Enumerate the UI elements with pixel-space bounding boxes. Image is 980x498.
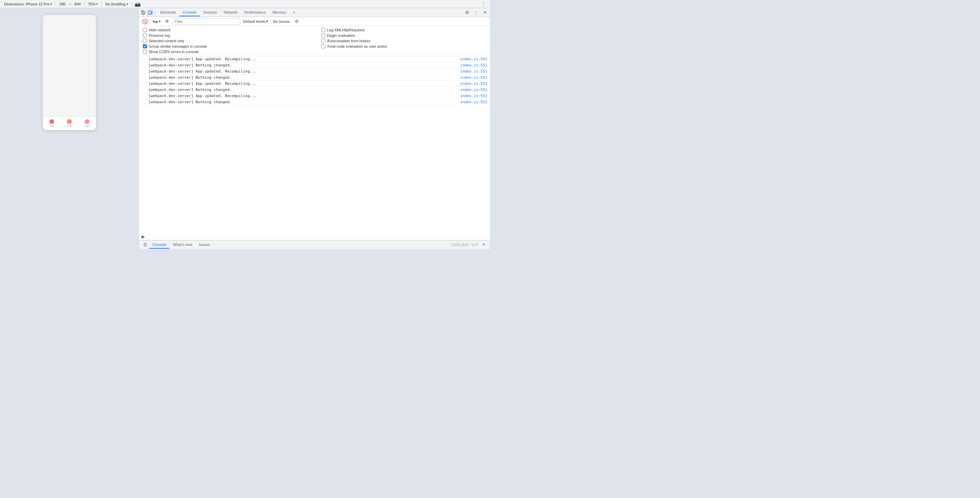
- eager-eval-checkbox[interactable]: [321, 34, 325, 37]
- checkbox-hide-network: Hide network: [143, 28, 308, 32]
- message-text: [webpack-dev-server] App updated. Recomp…: [148, 81, 458, 86]
- group-similar-checkbox[interactable]: [143, 44, 147, 48]
- autocomplete-label: Autocomplete from history: [327, 39, 371, 43]
- tab-network[interactable]: Network: [221, 9, 241, 16]
- bottom-menu-icon[interactable]: ☰: [142, 241, 149, 249]
- width-input[interactable]: 390: [58, 2, 67, 7]
- log-xml-label: Log XMLHttpRequests: [327, 28, 365, 32]
- console-message-row: [webpack-dev-server] Nothing changed.ind…: [139, 87, 490, 93]
- checkbox-log-xml: Log XMLHttpRequests: [321, 28, 486, 32]
- settings-icon[interactable]: ⚙: [463, 9, 471, 16]
- checkbox-group-similar: Group similar messages in console: [143, 44, 308, 48]
- tab-separator: [155, 10, 156, 15]
- console-message-row: [webpack-dev-server] Nothing changed.ind…: [139, 75, 490, 81]
- message-text: [webpack-dev-server] App updated. Recomp…: [148, 94, 458, 98]
- tab-more[interactable]: »: [290, 9, 298, 16]
- device-chevron-icon: ▾: [50, 2, 52, 6]
- bottom-close-icon[interactable]: ✕: [480, 241, 487, 249]
- svg-rect-5: [148, 11, 151, 14]
- separator-2: [84, 2, 84, 7]
- home-tab-label: 首页: [49, 124, 54, 128]
- console-message-row: [webpack-dev-server] App updated. Recomp…: [139, 81, 490, 87]
- message-link[interactable]: index.js:551: [460, 81, 487, 86]
- console-settings-icon[interactable]: ⚙: [293, 18, 301, 25]
- bottom-tab-console[interactable]: Console: [149, 241, 169, 249]
- console-toolbar: 🚫 top ▾ 👁 Default levels ▾ No Issues ⚙: [139, 17, 490, 26]
- checkbox-eager-eval: Eager evaluation: [321, 34, 486, 37]
- default-levels-button[interactable]: Default levels ▾: [242, 18, 269, 24]
- console-message-row: [webpack-dev-server] Nothing changed.ind…: [139, 99, 490, 105]
- no-issues-button[interactable]: No Issues: [271, 19, 292, 24]
- watermark-text: CSDN @优一社区: [451, 243, 480, 247]
- selected-context-checkbox[interactable]: [143, 39, 147, 43]
- message-text: [webpack-dev-server] Nothing changed.: [148, 75, 458, 80]
- device-tab-order[interactable]: 订单: [67, 119, 72, 128]
- checkbox-treat-code: Treat code evaluation as user action: [321, 44, 486, 48]
- customize-icon[interactable]: ⋮: [472, 9, 480, 16]
- mine-tab-label: 我的: [85, 124, 89, 128]
- inspect-element-icon[interactable]: [140, 9, 147, 16]
- device-selector[interactable]: Dimensions: iPhone 12 Pro ▾: [3, 2, 53, 7]
- checkboxes-panel: Hide network Log XMLHttpRequests Preserv…: [139, 26, 490, 56]
- message-link[interactable]: index.js:551: [460, 69, 487, 73]
- console-expand-row[interactable]: ▶: [139, 233, 490, 240]
- message-link[interactable]: index.js:551: [460, 75, 487, 80]
- separator-4: [132, 2, 132, 7]
- devtools-tabs-bar: Elements Console Sources Network Perform…: [139, 8, 490, 17]
- device-name: Dimensions: iPhone 12 Pro: [4, 2, 49, 6]
- preserve-log-label: Preserve log: [149, 34, 170, 37]
- tab-console[interactable]: Console: [179, 9, 200, 16]
- hide-network-checkbox[interactable]: [143, 28, 147, 32]
- message-link[interactable]: index.js:551: [460, 100, 487, 104]
- tab-sources[interactable]: Sources: [200, 9, 220, 16]
- throttling-chevron-icon: ▾: [127, 2, 128, 6]
- tab-memory[interactable]: Memory: [269, 9, 290, 16]
- message-text: [webpack-dev-server] Nothing changed.: [148, 63, 458, 67]
- screenshot-icon[interactable]: 📷: [134, 0, 142, 8]
- bottom-tab-issues[interactable]: Issues: [196, 241, 213, 249]
- device-tab-mine[interactable]: 我的: [85, 119, 89, 128]
- console-message-row: [webpack-dev-server] App updated. Recomp…: [139, 56, 490, 62]
- zoom-selector[interactable]: 75% ▾: [86, 2, 99, 7]
- more-options-icon[interactable]: ⋮: [480, 0, 487, 8]
- message-link[interactable]: index.js:551: [460, 57, 487, 61]
- autocomplete-checkbox[interactable]: [321, 39, 325, 43]
- show-cors-checkbox[interactable]: [143, 50, 147, 54]
- tab-performance[interactable]: Performance: [241, 9, 269, 16]
- order-tab-icon: [67, 119, 72, 124]
- tab-elements[interactable]: Elements: [157, 9, 179, 16]
- close-devtools-icon[interactable]: ✕: [481, 9, 488, 16]
- clear-console-icon[interactable]: 🚫: [141, 18, 148, 25]
- device-toggle-icon[interactable]: [147, 9, 154, 16]
- devtools-header-icons: ⚙ ⋮ ✕: [463, 9, 488, 16]
- checkbox-autocomplete: Autocomplete from history: [321, 39, 486, 43]
- message-text: [webpack-dev-server] App updated. Recomp…: [148, 57, 458, 61]
- height-input[interactable]: 844: [73, 2, 82, 7]
- device-screen: [43, 15, 96, 117]
- treat-code-checkbox[interactable]: [321, 44, 325, 48]
- message-text: [webpack-dev-server] Nothing changed.: [148, 100, 458, 104]
- filter-input[interactable]: [172, 18, 240, 24]
- svg-rect-0: [142, 11, 143, 12]
- checkbox-preserve-log: Preserve log: [143, 34, 308, 37]
- throttling-selector[interactable]: No throttling ▾: [104, 2, 129, 7]
- mine-tab-icon: [85, 119, 89, 124]
- log-xml-checkbox[interactable]: [321, 28, 325, 32]
- eye-icon[interactable]: 👁: [163, 18, 171, 25]
- message-link[interactable]: index.js:551: [460, 94, 487, 98]
- preserve-log-checkbox[interactable]: [143, 34, 147, 37]
- device-frame: 首页 订单 我的: [43, 15, 96, 130]
- bottom-tab-whats-new[interactable]: What's new: [169, 241, 196, 249]
- group-similar-label: Group similar messages in console: [149, 44, 207, 48]
- console-message-row: [webpack-dev-server] App updated. Recomp…: [139, 93, 490, 99]
- device-tab-home[interactable]: 首页: [49, 119, 54, 128]
- hide-network-label: Hide network: [149, 28, 170, 32]
- console-message-row: [webpack-dev-server] App updated. Recomp…: [139, 69, 490, 75]
- message-link[interactable]: index.js:551: [460, 88, 487, 92]
- context-chevron-icon: ▾: [159, 20, 161, 23]
- console-messages: [webpack-dev-server] App updated. Recomp…: [139, 56, 490, 233]
- selected-context-label: Selected context only: [149, 39, 185, 43]
- message-link[interactable]: index.js:551: [460, 63, 487, 67]
- context-selector[interactable]: top ▾: [151, 19, 162, 24]
- checkbox-show-cors: Show CORS errors in console: [143, 50, 308, 54]
